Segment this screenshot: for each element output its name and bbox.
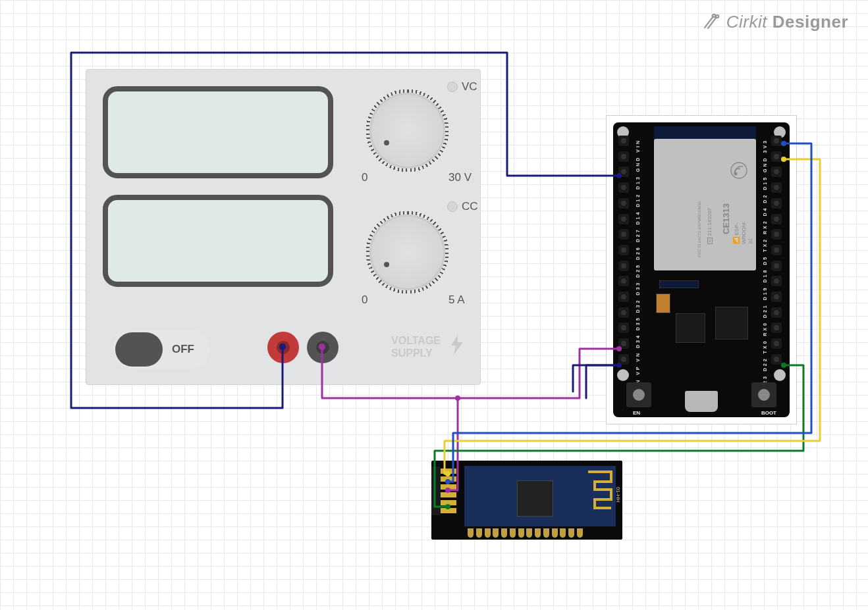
esp32-antenna (654, 126, 756, 140)
positive-terminal[interactable] (267, 332, 299, 363)
power-supply[interactable]: VC 0 30 V CC 0 5 A OFF VOLTAGE SUPPLY (86, 69, 481, 385)
espressif-logo-icon (730, 157, 748, 184)
cc-label: CC (462, 200, 478, 213)
mount-hole (617, 369, 629, 381)
left-pin-header (618, 136, 632, 365)
svg-point-4 (731, 163, 747, 178)
shield-fcc-label: FCC ID:2AC7Z-ESPWROOM32 (697, 201, 703, 257)
usb-port[interactable] (685, 391, 718, 412)
smd-capacitor (656, 293, 670, 313)
en-button[interactable] (626, 382, 651, 407)
voltage-supply-label: VOLTAGE SUPPLY (391, 334, 441, 359)
svg-point-5 (734, 172, 737, 175)
shield-id-label: R 211-161007 (707, 208, 713, 244)
en-button-label: EN (633, 410, 640, 416)
switch-label: OFF (172, 343, 194, 356)
esp32-shield: 📶 ESP-WROOM-32 CE1313 R 211-161007 FCC I… (654, 139, 756, 270)
bt-castellations (468, 528, 583, 538)
current-min-label: 0 (362, 293, 367, 307)
power-switch[interactable]: OFF (113, 330, 210, 369)
svg-point-2 (713, 14, 715, 16)
shield-model-label: 📶 ESP-WROOM-32 (733, 221, 754, 244)
right-pin-header (771, 136, 784, 365)
negative-terminal[interactable] (307, 332, 339, 363)
bolt-icon (450, 335, 464, 359)
shield-ce-label: CE1313 (721, 203, 732, 234)
psu-display-voltage (103, 86, 333, 178)
vc-label: VC (462, 80, 477, 93)
vc-indicator (447, 82, 458, 92)
boot-button[interactable] (751, 382, 776, 407)
esp32-pcb: 📶 ESP-WROOM-32 CE1313 R 211-161007 FCC I… (613, 122, 790, 417)
boot-button-label: BOOT (761, 410, 776, 416)
voltage-max-label: 30 V (448, 171, 472, 184)
bt-chip (517, 480, 553, 517)
smd-chip (715, 307, 748, 340)
logo-text: Cirkit Designer (726, 12, 848, 32)
bluetooth-module[interactable]: 01-HH (431, 461, 622, 540)
left-pin-labels: EN VP VN D34 D35 D32 D33 D25 D26 D27 D14… (636, 139, 640, 389)
logo-icon (701, 13, 720, 32)
current-max-label: 5 A (448, 293, 465, 307)
bt-antenna-icon (585, 469, 614, 515)
voltage-min-label: 0 (362, 171, 367, 184)
right-pin-labels: D23 D22 TX0 RX0 D21 D19 D18 D5 TX2 RX2 D… (763, 139, 767, 389)
current-knob[interactable] (369, 215, 445, 290)
voltage-knob[interactable] (369, 93, 445, 168)
smd-chip (676, 313, 705, 343)
app-logo: Cirkit Designer (701, 12, 848, 32)
psu-display-current (103, 195, 333, 287)
cc-indicator (447, 201, 458, 212)
bt-model-label: 01-HH (615, 487, 621, 502)
bt-pin-header (437, 469, 456, 513)
svg-point-3 (716, 14, 719, 17)
smd-component (659, 280, 699, 288)
esp32-board[interactable]: 📶 ESP-WROOM-32 CE1313 R 211-161007 FCC I… (606, 115, 797, 424)
switch-knob (115, 332, 163, 367)
mount-hole (774, 369, 786, 381)
